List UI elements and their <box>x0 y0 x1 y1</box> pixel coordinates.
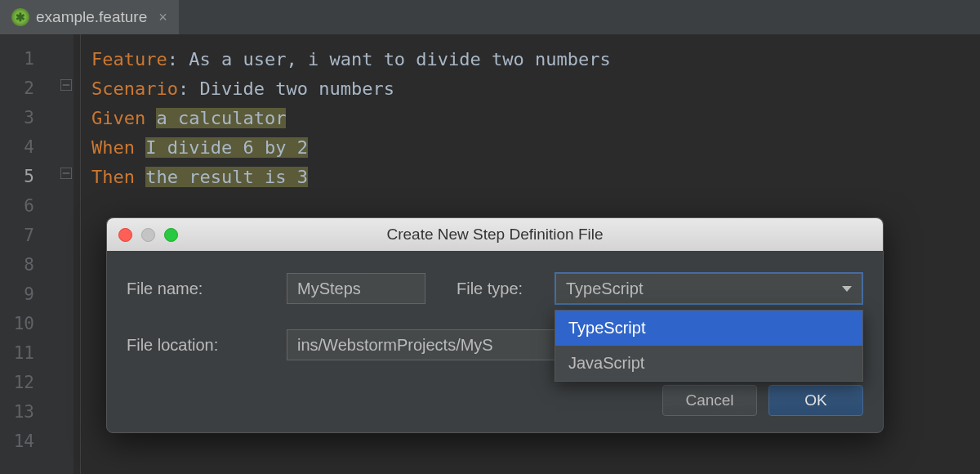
fold-end-icon[interactable] <box>60 168 72 179</box>
cucumber-icon: ✱ <box>11 8 29 26</box>
code-line: Feature: As a user, i want to divide two… <box>74 44 980 74</box>
form-row-file-name: File name: File type: TypeScript <box>127 272 863 305</box>
ok-button[interactable]: OK <box>768 385 863 416</box>
window-close-icon[interactable] <box>118 228 132 242</box>
code-line: Given a calculator <box>74 103 980 132</box>
file-type-value: TypeScript <box>566 279 643 298</box>
file-name-input[interactable] <box>287 273 425 304</box>
code-line <box>74 191 980 221</box>
chevron-down-icon <box>842 286 852 292</box>
file-location-label: File location: <box>127 336 287 355</box>
dialog-buttons: Cancel OK <box>127 385 863 416</box>
line-number: 1 <box>0 44 74 74</box>
gutter: 1 2 3 4 5 6 7 8 9 10 11 12 13 14 <box>0 34 74 474</box>
code-line: Then the result is 3 <box>74 162 980 191</box>
dropdown-option-javascript[interactable]: JavaScript <box>555 346 862 381</box>
line-number: 6 <box>0 191 74 221</box>
line-number: 9 <box>0 279 74 309</box>
line-number: 12 <box>0 368 74 397</box>
line-number: 3 <box>0 103 74 132</box>
line-number: 5 <box>0 162 74 191</box>
tab-filename: example.feature <box>36 8 147 26</box>
fold-minus-icon[interactable] <box>60 79 72 91</box>
line-number: 13 <box>0 397 74 427</box>
cancel-button[interactable]: Cancel <box>662 385 757 416</box>
dialog-title: Create New Step Definition File <box>386 226 603 244</box>
editor-tab[interactable]: ✱ example.feature × <box>0 0 179 34</box>
window-zoom-icon[interactable] <box>164 228 178 242</box>
file-type-label: File type: <box>457 279 555 298</box>
line-number: 2 <box>0 74 74 103</box>
line-number: 11 <box>0 338 74 368</box>
dialog-body: File name: File type: TypeScript File lo… <box>107 251 883 432</box>
tab-bar: ✱ example.feature × <box>0 0 980 34</box>
line-number: 8 <box>0 250 74 279</box>
close-icon[interactable]: × <box>158 9 167 26</box>
file-name-label: File name: <box>127 279 287 298</box>
code-line: When I divide 6 by 2 <box>74 132 980 162</box>
file-type-select[interactable]: TypeScript <box>555 272 863 305</box>
window-minimize-icon[interactable] <box>141 228 155 242</box>
dropdown-option-typescript[interactable]: TypeScript <box>555 311 862 346</box>
create-step-definition-dialog: Create New Step Definition File File nam… <box>106 217 884 433</box>
line-number: 4 <box>0 132 74 162</box>
traffic-lights <box>118 228 178 242</box>
vertical-rule <box>80 34 81 474</box>
line-number: 10 <box>0 309 74 338</box>
line-number: 7 <box>0 221 74 250</box>
dialog-titlebar[interactable]: Create New Step Definition File <box>107 218 883 251</box>
line-number: 14 <box>0 427 74 456</box>
code-line: Scenario: Divide two numbers <box>74 74 980 103</box>
file-type-dropdown: TypeScript JavaScript <box>555 310 863 382</box>
